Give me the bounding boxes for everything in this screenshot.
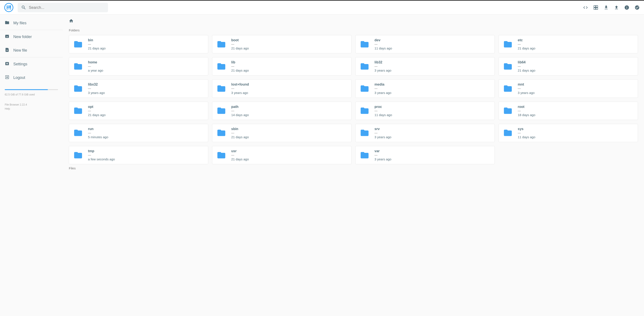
folder-info: lost+found—3 years ago: [231, 82, 348, 94]
folder-name: libx32: [88, 82, 204, 86]
folder-card[interactable]: lib—21 days ago: [212, 57, 352, 75]
folder-icon: [72, 39, 84, 49]
folder-time: 11 days ago: [374, 113, 491, 117]
folder-name: boot: [231, 38, 348, 42]
folder-size: —: [88, 131, 204, 135]
folder-time: 21 days ago: [518, 69, 634, 72]
folder-size: —: [88, 64, 204, 68]
folder-name: dev: [374, 38, 491, 42]
folder-card[interactable]: srv—3 years ago: [355, 124, 495, 142]
folder-size: —: [88, 109, 204, 113]
sidebar-item-my-files[interactable]: My files: [0, 16, 63, 30]
folder-time: 3 years ago: [374, 157, 491, 161]
folder-time: 3 years ago: [374, 91, 491, 95]
folder-size: —: [374, 64, 491, 68]
view-grid-icon[interactable]: [593, 5, 598, 10]
folder-card[interactable]: opt—21 days ago: [69, 102, 208, 120]
sidebar: My files New folder New file Settings Lo…: [0, 15, 63, 177]
folder-icon: [359, 62, 370, 71]
folder-card[interactable]: etc—21 days ago: [498, 35, 638, 53]
folder-card[interactable]: run—5 minutes ago: [69, 124, 208, 142]
folder-time: 3 years ago: [374, 135, 491, 139]
search-box[interactable]: [18, 3, 108, 12]
sidebar-item-new-file[interactable]: New file: [0, 44, 63, 57]
folder-info: path—14 days ago: [231, 105, 348, 117]
folder-size: —: [374, 153, 491, 157]
folder-card[interactable]: path—14 days ago: [212, 102, 352, 120]
upload-icon[interactable]: [614, 5, 619, 10]
folder-info: lib64—21 days ago: [518, 60, 634, 72]
folder-card[interactable]: bin—21 days ago: [69, 35, 208, 53]
folder-card[interactable]: lib32—3 years ago: [355, 57, 495, 75]
folder-size: —: [88, 86, 204, 90]
folder-time: 5 minutes ago: [88, 135, 204, 139]
folder-name: media: [374, 82, 491, 86]
folder-time: a year ago: [88, 69, 204, 72]
folder-card[interactable]: media—3 years ago: [355, 79, 495, 98]
folder-time: 21 days ago: [231, 157, 348, 161]
folder-size: —: [231, 153, 348, 157]
folder-icon: [72, 62, 84, 71]
folder-name: mnt: [518, 82, 634, 86]
folder-icon: [359, 84, 370, 93]
info-icon[interactable]: [624, 5, 629, 10]
folder-size: —: [231, 64, 348, 68]
folder-card[interactable]: dev—11 days ago: [355, 35, 495, 53]
folder-icon: [502, 128, 514, 138]
folder-card[interactable]: tmp—a few seconds ago: [69, 146, 208, 164]
folder-card[interactable]: root—18 days ago: [498, 102, 638, 120]
sidebar-footer: 62.5 GiB of 77.6 GiB used File Browser 2…: [0, 84, 63, 116]
folder-card[interactable]: home—a year ago: [69, 57, 208, 75]
folder-size: —: [231, 109, 348, 113]
create-folder-icon: [5, 34, 10, 40]
folder-icon: [502, 62, 514, 71]
folder-card[interactable]: boot—21 days ago: [212, 35, 352, 53]
folder-name: home: [88, 60, 204, 64]
sidebar-item-label: New folder: [13, 35, 32, 39]
select-all-icon[interactable]: [634, 5, 640, 10]
download-icon[interactable]: [604, 5, 609, 10]
sidebar-item-settings[interactable]: Settings: [0, 57, 63, 71]
folder-size: —: [518, 86, 634, 90]
app-logo[interactable]: [4, 3, 13, 12]
folder-card[interactable]: sys—11 days ago: [498, 124, 638, 142]
folder-card[interactable]: sbin—21 days ago: [212, 124, 352, 142]
folder-card[interactable]: proc—11 days ago: [355, 102, 495, 120]
svg-rect-2: [8, 5, 9, 7]
shell-icon[interactable]: [583, 5, 588, 10]
folder-info: lib32—3 years ago: [374, 60, 491, 72]
version-text: File Browser 2.22.4: [5, 103, 58, 107]
floppy-disk-icon: [6, 5, 12, 10]
folder-card[interactable]: var—3 years ago: [355, 146, 495, 164]
sidebar-item-label: My files: [13, 21, 26, 25]
sidebar-item-label: New file: [13, 48, 27, 53]
folder-icon: [72, 128, 84, 138]
folder-time: 21 days ago: [518, 46, 634, 50]
folder-info: home—a year ago: [88, 60, 204, 72]
folder-name: lib64: [518, 60, 634, 64]
home-icon[interactable]: [69, 20, 74, 24]
folder-card[interactable]: lost+found—3 years ago: [212, 79, 352, 98]
folder-card[interactable]: usr—21 days ago: [212, 146, 352, 164]
folder-info: dev—11 days ago: [374, 38, 491, 50]
folder-icon: [5, 20, 10, 26]
folder-card[interactable]: lib64—21 days ago: [498, 57, 638, 75]
folder-name: lost+found: [231, 82, 348, 86]
logout-icon: [5, 75, 10, 81]
files-section-label: Files: [69, 166, 638, 170]
disk-usage-bar: [5, 89, 58, 90]
folder-icon: [359, 150, 370, 160]
folder-info: etc—21 days ago: [518, 38, 634, 50]
sidebar-item-logout[interactable]: Logout: [0, 71, 63, 84]
folder-card[interactable]: libx32—3 years ago: [69, 79, 208, 98]
folder-icon: [216, 106, 227, 115]
search-input[interactable]: [29, 5, 104, 10]
folder-time: a few seconds ago: [88, 157, 204, 161]
main-content: Folders bin—21 days agoboot—21 days agod…: [63, 15, 644, 177]
sidebar-item-new-folder[interactable]: New folder: [0, 30, 63, 44]
folder-info: opt—21 days ago: [88, 105, 204, 117]
folder-time: 21 days ago: [88, 113, 204, 117]
folder-name: sys: [518, 127, 634, 131]
help-link[interactable]: Help: [5, 107, 58, 111]
folder-card[interactable]: mnt—3 years ago: [498, 79, 638, 98]
